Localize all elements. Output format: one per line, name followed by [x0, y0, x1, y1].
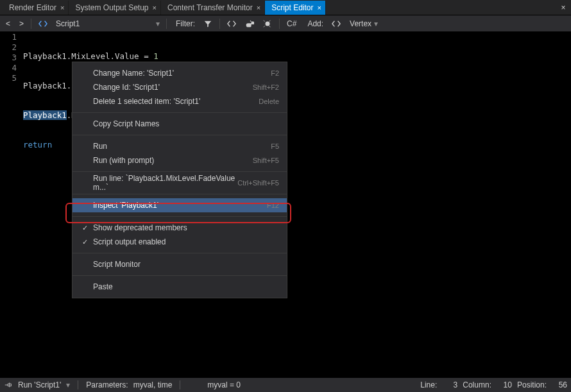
menu-item-label: Delete 1 selected item: 'Script1' — [90, 97, 259, 106]
code-line: Playback1.MixLevel.Value = 1 — [23, 51, 216, 62]
context-menu: Change Name: 'Script1'F2Change Id: 'Scri… — [72, 62, 287, 298]
code-icon[interactable] — [224, 17, 239, 30]
menu-item[interactable]: ✓Show deprecated members — [72, 221, 287, 235]
line-gutter: 1 2 3 4 5 — [0, 32, 21, 378]
add-type-label: Vertex — [350, 19, 371, 28]
params-label: Parameters: — [86, 380, 128, 389]
line-number: 4 — [0, 63, 17, 73]
check-icon: ✓ — [79, 224, 90, 232]
menu-item-label: Run (with prompt) — [90, 156, 253, 165]
menu-item[interactable]: Change Name: 'Script1'F2 — [72, 66, 287, 80]
tab-label: System Output Setup — [75, 3, 148, 12]
menu-item-shortcut: Ctrl+Shift+F5 — [237, 179, 279, 187]
status-bar: Run 'Script1' ▾ Parameters: myval, time … — [0, 378, 571, 392]
window-close-icon[interactable]: × — [556, 3, 571, 12]
menu-item-shortcut: Delete — [259, 98, 279, 105]
menu-separator — [72, 171, 287, 172]
menu-item[interactable]: Copy Script Names — [72, 117, 287, 131]
result-value: myval = 0 — [207, 380, 241, 389]
chevron-down-icon: ▾ — [374, 19, 378, 28]
run-script-button[interactable]: Run 'Script1' — [18, 380, 61, 389]
pos-label: Position: — [517, 380, 547, 389]
menu-separator — [72, 194, 287, 194]
menu-item-label: Paste — [90, 282, 279, 291]
menu-item-label: Change Name: 'Script1' — [90, 69, 271, 78]
filter-label: Filter: — [171, 19, 198, 28]
menu-separator — [72, 216, 287, 217]
tab-strip: Render Editor × System Output Setup × Co… — [0, 0, 571, 15]
menu-item-label: Run line: `Playback1.MixLevel.FadeValue … — [90, 174, 237, 192]
tab-label: Script Editor — [271, 3, 313, 12]
code-icon[interactable] — [328, 17, 344, 30]
menu-item[interactable]: ✓Script output enabled — [72, 235, 287, 249]
menu-item-shortcut: F12 — [267, 201, 279, 209]
menu-item[interactable]: RunF5 — [72, 139, 287, 153]
run-icon[interactable] — [260, 17, 275, 30]
menu-item-label: Inspect 'Playback1' — [90, 201, 267, 210]
pin-icon[interactable] — [4, 380, 13, 390]
selection: Playback1 — [23, 110, 67, 120]
menu-separator — [72, 135, 287, 135]
menu-item[interactable]: Delete 1 selected item: 'Script1'Delete — [72, 94, 287, 108]
menu-item[interactable]: Script Monitor — [72, 257, 287, 271]
menu-item[interactable]: Paste — [72, 280, 287, 294]
menu-item-shortcut: Shift+F5 — [253, 157, 279, 164]
script-selector[interactable]: Script1 ▾ — [53, 19, 162, 28]
menu-item[interactable]: Run line: `Playback1.MixLevel.FadeValue … — [72, 176, 287, 190]
nav-back-button[interactable]: < — [3, 17, 13, 30]
chevron-down-icon[interactable]: ▾ — [66, 380, 70, 389]
python-icon[interactable] — [242, 17, 257, 30]
tab-system-output-setup[interactable]: System Output Setup × — [69, 1, 161, 15]
close-icon[interactable]: × — [153, 4, 157, 12]
line-number: 2 — [0, 42, 17, 53]
pos-value: 56 — [552, 380, 567, 389]
tab-script-editor[interactable]: Script Editor × — [265, 1, 326, 15]
toolbar: < > Script1 ▾ Filter: C# Add: Vertex ▾ — [0, 15, 571, 32]
filter-icon[interactable] — [200, 17, 216, 30]
line-label: Line: — [420, 380, 437, 389]
menu-item[interactable]: Change Id: 'Script1'Shift+F2 — [72, 80, 287, 94]
line-number: 3 — [0, 53, 17, 63]
close-icon[interactable]: × — [257, 4, 260, 12]
params-value[interactable]: myval, time — [133, 380, 173, 389]
chevron-down-icon: ▾ — [156, 19, 162, 28]
menu-separator — [72, 275, 287, 276]
code-icon[interactable] — [35, 17, 51, 30]
menu-separator — [72, 253, 287, 253]
close-icon[interactable]: × — [318, 4, 321, 12]
menu-item-label: Copy Script Names — [90, 119, 279, 128]
svg-point-0 — [266, 21, 270, 26]
add-type-selector[interactable]: Vertex ▾ — [346, 17, 381, 30]
check-icon: ✓ — [79, 238, 90, 246]
add-label: Add: — [302, 19, 326, 28]
tab-label: Render Editor — [9, 3, 56, 12]
menu-item[interactable]: Run (with prompt)Shift+F5 — [72, 153, 287, 167]
script-name: Script1 — [56, 19, 80, 28]
line-value: 3 — [442, 380, 457, 389]
col-value: 10 — [497, 380, 512, 389]
col-label: Column: — [463, 380, 491, 389]
menu-item-shortcut: F2 — [271, 69, 279, 77]
tab-label: Content Transfer Monitor — [167, 3, 253, 12]
menu-item-label: Show deprecated members — [90, 223, 279, 232]
tab-content-transfer-monitor[interactable]: Content Transfer Monitor × — [161, 1, 265, 15]
menu-item-shortcut: F5 — [271, 142, 279, 150]
menu-item-shortcut: Shift+F2 — [253, 83, 279, 91]
line-number: 1 — [0, 32, 17, 42]
menu-separator — [72, 112, 287, 113]
nav-forward-button[interactable]: > — [16, 17, 27, 30]
menu-item-label: Script Monitor — [90, 260, 279, 269]
menu-item-label: Run — [90, 142, 271, 151]
menu-item-label: Script output enabled — [90, 237, 279, 246]
lang-cs-button[interactable]: C# — [284, 17, 300, 30]
close-icon[interactable]: × — [60, 4, 64, 12]
menu-item-label: Change Id: 'Script1' — [90, 83, 253, 92]
tab-render-editor[interactable]: Render Editor × — [3, 1, 69, 15]
line-number: 5 — [0, 73, 17, 83]
menu-item[interactable]: Inspect 'Playback1'F12 — [72, 198, 287, 212]
